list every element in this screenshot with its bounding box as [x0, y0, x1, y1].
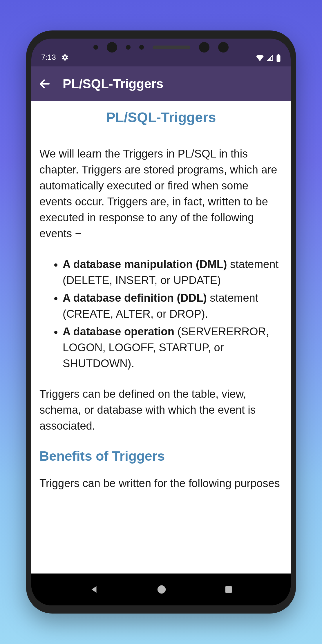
- intro-paragraph: We will learn the Triggers in PL/SQL in …: [39, 146, 283, 242]
- app-bar-title: PL/SQL-Triggers: [63, 77, 163, 91]
- nav-home-button[interactable]: [157, 585, 167, 594]
- phone-frame: 7:13 PL/SQL-Triggers: [26, 30, 296, 614]
- navigation-bar: [31, 574, 291, 605]
- list-item: A database definition (DDL) statement (C…: [63, 290, 283, 322]
- svg-rect-1: [278, 54, 280, 55]
- back-button[interactable]: [38, 77, 51, 90]
- events-list: A database manipulation (DML) statement …: [39, 256, 283, 372]
- list-item: A database manipulation (DML) statement …: [63, 256, 283, 288]
- signal-icon: [266, 55, 274, 61]
- after-bullets-paragraph: Triggers can be defined on the table, vi…: [39, 386, 283, 434]
- list-item: A database operation (SERVERERROR, LOGON…: [63, 324, 283, 372]
- gear-icon: [61, 54, 69, 61]
- svg-rect-0: [277, 55, 281, 62]
- svg-point-3: [158, 585, 166, 594]
- nav-recents-button[interactable]: [224, 585, 233, 594]
- status-time: 7:13: [41, 53, 56, 62]
- wifi-icon: [256, 55, 264, 61]
- nav-back-button[interactable]: [89, 585, 99, 594]
- battery-icon: [276, 54, 281, 62]
- page-title: PL/SQL-Triggers: [39, 109, 283, 132]
- phone-screen: 7:13 PL/SQL-Triggers: [31, 39, 291, 605]
- svg-rect-4: [225, 586, 232, 593]
- phone-sensors: [31, 41, 291, 53]
- section-heading: Benefits of Triggers: [39, 448, 283, 464]
- section-intro-paragraph: Triggers can be written for the followin…: [39, 475, 283, 491]
- app-bar: PL/SQL-Triggers: [31, 66, 291, 101]
- content-area[interactable]: PL/SQL-Triggers We will learn the Trigge…: [31, 101, 291, 574]
